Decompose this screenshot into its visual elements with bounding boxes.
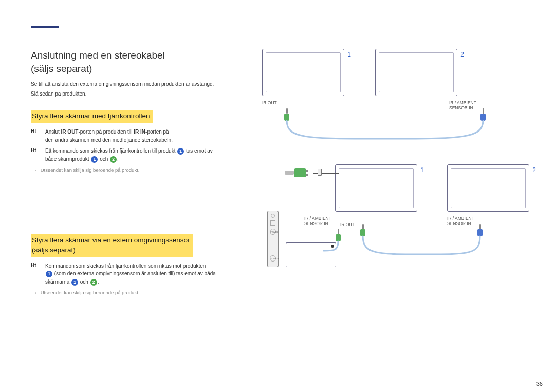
- section1-subtitle: Styra flera skärmar med fjärrkontrollen: [31, 110, 153, 123]
- screen-inner: [339, 168, 414, 208]
- note-text: Utseendet kan skilja sig beroende på pro…: [41, 290, 140, 295]
- t: SENSOR IN: [449, 105, 473, 110]
- intro-line2: Slå sedan på produkten.: [31, 90, 247, 98]
- diagram-stereo-cable: 1 2 IR OUT IR / AMBIENT SENSOR IN: [262, 49, 529, 152]
- t: IR / AMBIENT: [447, 216, 474, 221]
- bullet-text: Kommandon som skickas från fjärrkontroll…: [45, 262, 216, 286]
- port-label-ir-out: IR OUT: [262, 100, 277, 105]
- bullet-row: Ht Kommandon som skickas från fjärrkontr…: [31, 262, 247, 286]
- screen-inner: [266, 52, 341, 92]
- t: -porten på produkten till: [78, 129, 134, 135]
- screen-number: 1: [420, 166, 424, 174]
- jack-plug-green-icon: [360, 224, 366, 237]
- remote-control-icon: POWER SOURCE: [267, 211, 279, 267]
- bullet-label: Ht: [31, 128, 40, 134]
- screen-inner: [451, 168, 526, 208]
- t: IR / AMBIENT: [304, 216, 331, 221]
- port-label-ir-ambient: IR / AMBIENT SENSOR IN: [449, 100, 476, 110]
- title-line1: Anslutning med en stereokabel: [31, 50, 165, 61]
- note-row: › Utseendet kan skilja sig beroende på p…: [31, 167, 247, 173]
- jack-plug-green-icon: [335, 229, 341, 242]
- port-label-ir-ambient: IR / AMBIENT SENSOR IN: [304, 216, 331, 226]
- t: Styra flera skärmar via en extern omgivn…: [32, 236, 190, 244]
- t: både skärmprodukt: [45, 156, 90, 162]
- t: -porten på: [145, 129, 169, 135]
- screen-number: 1: [347, 51, 351, 58]
- t: Ett kommando som skickas från fjärrkontr…: [45, 148, 177, 154]
- cable-icon: [362, 236, 485, 262]
- intro-line1: Se till att ansluta den externa omgivnin…: [31, 80, 247, 88]
- cable-icon: [324, 241, 344, 257]
- connector-icon: [318, 169, 322, 176]
- page-root: Anslutning med en stereokabel (säljs sep…: [0, 0, 555, 298]
- circle-1-icon: 1: [71, 279, 78, 286]
- bullet-label: Ht: [31, 262, 40, 268]
- t: tas emot av: [184, 148, 212, 154]
- circle-2-icon: 2: [90, 279, 97, 286]
- screen-2: 2: [447, 164, 529, 212]
- svg-rect-2: [306, 170, 308, 172]
- left-column: Anslutning med en stereokabel (säljs sep…: [31, 49, 247, 298]
- t: (som den externa omgivningssensorn är an…: [53, 271, 216, 276]
- note-row: › Utseendet kan skilja sig beroende på p…: [31, 290, 247, 295]
- bullet-label: Ht: [31, 147, 40, 153]
- t: .: [98, 279, 99, 285]
- circle-1-icon: 1: [91, 156, 98, 163]
- svg-rect-3: [306, 174, 308, 176]
- screen-1: 1: [262, 49, 344, 96]
- cable-icon: [286, 121, 486, 146]
- remote-power-label: POWER: [270, 229, 276, 235]
- bullet-row: Ht Anslut IR OUT-porten på produkten til…: [31, 128, 247, 144]
- caret-icon: ›: [35, 167, 36, 173]
- bullet-text: Ett kommando som skickas från fjärrkontr…: [45, 147, 213, 163]
- port-label-ir-out: IR OUT: [340, 222, 355, 227]
- t: SENSOR IN: [304, 221, 328, 226]
- t: och: [98, 156, 109, 162]
- power-plug-icon: [285, 166, 307, 177]
- screen-inner: [379, 52, 454, 92]
- t: och: [79, 279, 90, 285]
- svg-rect-1: [285, 171, 294, 175]
- svg-rect-0: [294, 168, 306, 177]
- section2: Styra flera skärmar via en extern omgivn…: [31, 224, 247, 295]
- diagram-external-sensor: 1 2 IR / AMBIENT SENSOR IN IR OUT IR / A…: [262, 164, 529, 298]
- circle-2-icon: 2: [110, 156, 117, 163]
- caret-icon: ›: [35, 290, 36, 295]
- t: skärmarna: [45, 279, 71, 285]
- remote-source-label: SOURCE: [270, 255, 276, 262]
- bullet-text: Anslut IR OUT-porten på produkten till I…: [45, 128, 173, 144]
- t: IR / AMBIENT: [449, 100, 476, 105]
- title-line2: (säljs separat): [31, 63, 92, 74]
- circle-1-icon: 1: [46, 271, 52, 277]
- bullet-row: Ht Ett kommando som skickas från fjärrko…: [31, 147, 247, 163]
- port-label-ir-ambient: IR / AMBIENT SENSOR IN: [447, 216, 474, 226]
- jack-plug-blue-icon: [477, 224, 483, 237]
- note-text: Utseendet kan skilja sig beroende på pro…: [41, 167, 140, 173]
- t: Kommandon som skickas från fjärrkontroll…: [45, 263, 206, 269]
- t: SENSOR IN: [447, 221, 471, 226]
- screen-number: 2: [460, 51, 464, 58]
- jack-plug-green-icon: [284, 108, 290, 122]
- screen-2: 2: [375, 49, 457, 96]
- accent-bar: [31, 26, 59, 28]
- section2-subtitle: Styra flera skärmar via en extern omgivn…: [31, 234, 193, 257]
- section1-title: Anslutning med en stereokabel (säljs sep…: [31, 49, 247, 75]
- t: .: [117, 156, 119, 162]
- screen-number: 2: [532, 166, 536, 174]
- jack-plug-blue-icon: [480, 108, 486, 122]
- page-number: 36: [536, 381, 543, 387]
- right-column: 1 2 IR OUT IR / AMBIENT SENSOR IN: [262, 49, 529, 298]
- t: (säljs separat): [32, 246, 76, 254]
- t: den andra skärmen med den medföljande st…: [45, 137, 173, 143]
- t: Anslut: [45, 129, 61, 135]
- screen-1: 1: [335, 164, 417, 212]
- circle-1-icon: 1: [177, 148, 184, 155]
- content-columns: Anslutning med en stereokabel (säljs sep…: [31, 49, 529, 298]
